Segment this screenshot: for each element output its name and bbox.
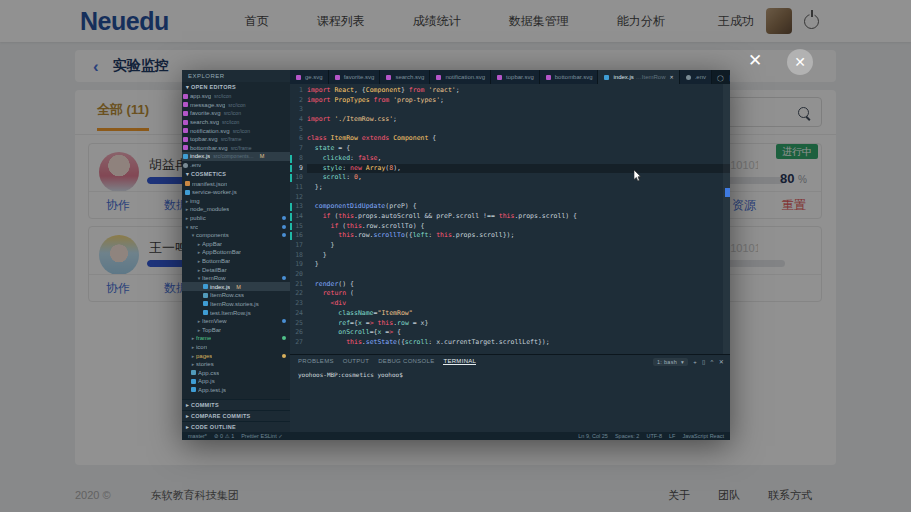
tree-item-manifest.json[interactable]: manifest.json [182,179,290,188]
tree-item-App.js[interactable]: App.js [182,377,290,386]
close-icon[interactable]: ✕ [744,50,766,72]
status-ln[interactable]: Ln 9, Col 25 [578,433,608,439]
js-file-icon [203,310,208,315]
tree-item-service-worker.js[interactable]: service-worker.js [182,188,290,197]
tree-item-App.test.js[interactable]: App.test.js [182,386,290,395]
tree-item-BottomBar[interactable]: ▸BottomBar [182,257,290,266]
code-line: state = { [307,144,730,154]
kill-terminal-icon[interactable]: ▯ [702,358,706,365]
status-spaces[interactable]: Spaces: 2 [615,433,639,439]
panel-tab-terminal[interactable]: TERMINAL [443,358,476,365]
project-header[interactable]: ▾ COSMETICS [182,169,290,179]
tree-item-icon[interactable]: ▸icon [182,343,290,352]
tree-label: ItemRow.stories.js [210,301,259,307]
tree-item-AppBottomBar[interactable]: ▸AppBottomBar [182,248,290,257]
open-changes-icon[interactable]: ◯ [717,74,724,81]
section-commits[interactable]: ▸ COMMITS [182,399,290,410]
status-prettier[interactable]: Prettier ESLint ✓ [241,433,283,439]
tree-label: TopBar [202,327,221,333]
open-editor-bottombar.svg[interactable]: bottombar.svgsrc/frame [182,144,290,153]
close-circle-icon[interactable]: ✕ [787,49,813,75]
status-javascript[interactable]: JavaScript React [682,433,724,439]
panel-tab-output[interactable]: OUTPUT [343,358,369,365]
status-lf[interactable]: LF [669,433,675,439]
open-editor-.env[interactable]: .env [182,161,290,170]
open-editor-app.svg[interactable]: app.svgsrc/icon [182,92,290,101]
minimap[interactable] [723,84,730,354]
editor-tab-topbar.svg[interactable]: topbar.svg [491,70,540,84]
editor-tab-bottombar.svg[interactable]: bottombar.svg [540,70,599,84]
open-editor-meta: src/icon [228,102,245,108]
tree-item-ItemView[interactable]: ▸ItemView [182,317,290,326]
tree-item-stories[interactable]: ▸stories [182,360,290,369]
vscode-statusbar: master*⊘ 0 ⚠ 1Prettier ESLint ✓ Ln 9, Co… [182,432,730,440]
status-⊘[interactable]: ⊘ 0 ⚠ 1 [214,433,234,439]
line-number: 22 [290,289,307,299]
line-number: 19 [290,260,307,270]
tree-item-img[interactable]: ▸img [182,197,290,206]
open-editor-search.svg[interactable]: search.svgsrc/icon [182,118,290,127]
open-editors-header[interactable]: ▾ OPEN EDITORS [182,82,290,92]
js-file-icon [191,387,196,392]
line-number: 3 [290,105,307,115]
status-utf-8[interactable]: UTF-8 [646,433,662,439]
tree-item-index.js[interactable]: index.jsM [182,282,290,291]
editor-tab-favorite.svg[interactable]: favorite.svg [329,70,381,84]
editor-tab-.env[interactable]: .env [680,70,712,84]
status-master*[interactable]: master* [188,433,207,439]
open-editor-favorite.svg[interactable]: favorite.svgsrc/icon [182,109,290,118]
tree-item-App.css[interactable]: App.css [182,368,290,377]
tree-label: AppBar [202,241,222,247]
tree-item-pages[interactable]: ▸pages [182,351,290,360]
tree-item-ItemRow.css[interactable]: ItemRow.css [182,291,290,300]
new-terminal-icon[interactable]: + [693,359,697,365]
tree-item-public[interactable]: ▸public [182,214,290,223]
tree-item-test.ItemRow.js[interactable]: test.ItemRow.js [182,308,290,317]
close-panel-icon[interactable]: ✕ [719,358,724,365]
code-editor[interactable]: 1234567891011121314151617181920212223242… [290,84,730,354]
tab-label: bottombar.svg [555,74,593,80]
sidebar-bottom-sections: ▸ COMMITS▸ COMPARE COMMITS▸ CODE OUTLINE [182,399,290,432]
terminal-prompt[interactable]: yoohoos-MBP:cosmetics yoohoo$ [290,368,730,378]
editor-tab-notification.svg[interactable]: notification.svg [430,70,491,84]
split-editor-icon[interactable]: ❘❘ [728,74,730,81]
tree-item-DetailBar[interactable]: ▸DetailBar [182,265,290,274]
maximize-panel-icon[interactable]: ^ [711,359,714,365]
git-modified-badge: M [260,153,265,159]
panel-tab-debug-console[interactable]: DEBUG CONSOLE [378,358,434,365]
tree-item-AppBar[interactable]: ▸AppBar [182,240,290,249]
section-code-outline[interactable]: ▸ CODE OUTLINE [182,421,290,432]
tree-item-TopBar[interactable]: ▸TopBar [182,325,290,334]
tree-item-frame[interactable]: ▸frame [182,334,290,343]
open-editor-message.svg[interactable]: message.svgsrc/icon [182,101,290,110]
open-editor-meta: src/icon [214,93,231,99]
line-number: 9 [290,164,307,174]
tree-item-components[interactable]: ▾components [182,231,290,240]
editor-tab-index.js[interactable]: index.js…ItemRow✕ [598,70,679,84]
shell-select[interactable]: 1: bash▾ [653,358,688,366]
tree-label: icon [196,344,207,350]
project-tree: manifest.jsonservice-worker.js▸img▸node_… [182,179,290,399]
code-line: style: new Array(8), [307,164,730,174]
tree-label: service-worker.js [192,189,237,195]
code-line: import './ItemRow.css'; [307,115,730,125]
editor-tab-search.svg[interactable]: search.svg [380,70,430,84]
panel-tab-problems[interactable]: PROBLEMS [298,358,334,365]
line-number: 5 [290,125,307,135]
open-editor-index.js[interactable]: index.jssrc/components…M [182,152,290,161]
open-editor-notification.svg[interactable]: notification.svgsrc/icon [182,126,290,135]
section-compare-commits[interactable]: ▸ COMPARE COMMITS [182,410,290,421]
tab-label: favorite.svg [344,74,375,80]
open-editor-label: bottombar.svg [190,145,228,151]
open-editor-topbar.svg[interactable]: topbar.svgsrc/frame [182,135,290,144]
editor-tab-ge.svg[interactable]: ge.svg [290,70,329,84]
tab-close-icon: ✕ [669,74,673,80]
tree-item-ItemRow.stories.js[interactable]: ItemRow.stories.js [182,300,290,309]
code-line: import PropTypes from 'prop-types'; [307,96,730,106]
tree-item-ItemRow[interactable]: ▾ItemRow [182,274,290,283]
tree-label: App.js [198,378,215,384]
tree-item-src[interactable]: ▾src [182,222,290,231]
modified-dot [282,216,286,220]
modified-dot [282,225,286,229]
tree-item-node_modules[interactable]: ▸node_modules [182,205,290,214]
